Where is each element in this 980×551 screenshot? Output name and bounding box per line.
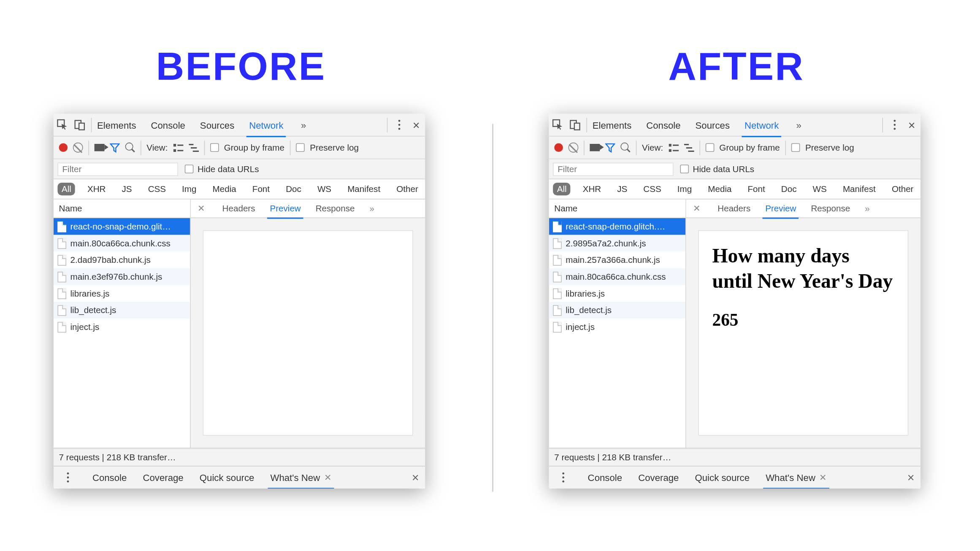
group-by-frame-checkbox[interactable]	[705, 143, 714, 152]
clear-icon[interactable]	[569, 143, 579, 153]
type-other[interactable]: Other	[888, 183, 918, 195]
type-doc[interactable]: Doc	[282, 183, 306, 195]
detail-tab-preview[interactable]: Preview	[270, 199, 300, 218]
inspect-icon[interactable]	[549, 116, 566, 133]
table-row[interactable]: lib_detect.js	[54, 302, 190, 319]
detail-tab-response[interactable]: Response	[811, 199, 850, 218]
type-xhr[interactable]: XHR	[579, 183, 605, 195]
type-xhr[interactable]: XHR	[83, 183, 110, 195]
table-row[interactable]: main.80ca66ca.chunk.css	[549, 268, 686, 285]
inspect-icon[interactable]	[54, 116, 71, 133]
waterfall-icon[interactable]	[189, 143, 199, 151]
type-css[interactable]: CSS	[144, 183, 170, 195]
type-ws[interactable]: WS	[313, 183, 335, 195]
detail-tab-preview[interactable]: Preview	[765, 199, 796, 218]
tab-network[interactable]: Network	[249, 114, 283, 136]
filter-toggle-icon[interactable]	[605, 143, 615, 152]
kebab-menu-icon[interactable]	[390, 116, 408, 133]
large-rows-icon[interactable]	[173, 143, 183, 151]
filter-input[interactable]	[57, 162, 178, 176]
detail-tabs-overflow-icon[interactable]: »	[369, 203, 374, 213]
search-icon[interactable]	[620, 143, 631, 153]
tab-elements[interactable]: Elements	[593, 114, 632, 136]
filter-input[interactable]	[553, 162, 673, 176]
clear-icon[interactable]	[73, 143, 83, 153]
close-detail-icon[interactable]: ✕	[198, 203, 205, 213]
detail-tab-headers[interactable]: Headers	[717, 199, 750, 218]
close-tab-icon[interactable]: ✕	[324, 473, 331, 483]
table-row[interactable]: inject.js	[549, 319, 686, 335]
tab-console[interactable]: Console	[151, 114, 185, 136]
type-img[interactable]: Img	[673, 183, 696, 195]
type-img[interactable]: Img	[178, 183, 200, 195]
record-icon[interactable]	[59, 143, 68, 152]
tab-elements[interactable]: Elements	[97, 114, 136, 136]
table-row[interactable]: react-snap-demo.glitch.…	[549, 218, 686, 235]
table-row[interactable]: libraries.js	[54, 285, 190, 302]
detail-tab-response[interactable]: Response	[316, 199, 355, 218]
group-by-frame-checkbox[interactable]	[210, 143, 219, 152]
drawer-tab-quicksource[interactable]: Quick source	[695, 466, 750, 489]
drawer-tab-whatsnew[interactable]: What's New✕	[766, 466, 827, 489]
tab-network[interactable]: Network	[744, 114, 779, 136]
screenshot-icon[interactable]	[95, 144, 105, 151]
drawer-kebab-icon[interactable]	[59, 469, 76, 486]
table-row[interactable]: 2.9895a7a2.chunk.js	[549, 235, 686, 252]
type-manifest[interactable]: Manifest	[839, 183, 880, 195]
name-header[interactable]: Name	[549, 200, 686, 218]
hide-data-urls-checkbox[interactable]	[680, 165, 689, 173]
type-font[interactable]: Font	[248, 183, 273, 195]
tab-sources[interactable]: Sources	[200, 114, 234, 136]
drawer-tab-coverage[interactable]: Coverage	[638, 466, 679, 489]
type-js[interactable]: JS	[613, 183, 631, 195]
drawer-kebab-icon[interactable]	[554, 469, 571, 486]
type-ws[interactable]: WS	[809, 183, 831, 195]
type-all[interactable]: All	[57, 183, 75, 195]
drawer-tab-console[interactable]: Console	[588, 466, 622, 489]
type-other[interactable]: Other	[393, 183, 422, 195]
name-header[interactable]: Name	[54, 200, 190, 218]
type-media[interactable]: Media	[704, 183, 736, 195]
type-doc[interactable]: Doc	[777, 183, 801, 195]
close-devtools-icon[interactable]: ✕	[408, 116, 425, 133]
device-toggle-icon[interactable]	[566, 116, 584, 133]
waterfall-icon[interactable]	[684, 143, 694, 151]
drawer-tab-console[interactable]: Console	[92, 466, 127, 489]
detail-tab-headers[interactable]: Headers	[222, 199, 255, 218]
hide-data-urls-checkbox[interactable]	[185, 165, 194, 173]
drawer-tab-whatsnew[interactable]: What's New✕	[270, 466, 331, 489]
table-row[interactable]: main.80ca66ca.chunk.css	[54, 235, 190, 252]
type-js[interactable]: JS	[118, 183, 136, 195]
tabs-overflow-icon[interactable]: »	[301, 119, 306, 130]
tab-console[interactable]: Console	[646, 114, 680, 136]
device-toggle-icon[interactable]	[71, 116, 88, 133]
table-row[interactable]: main.257a366a.chunk.js	[549, 251, 686, 268]
close-devtools-icon[interactable]: ✕	[903, 116, 920, 133]
table-row[interactable]: 2.dad97bab.chunk.js	[54, 251, 190, 268]
table-row[interactable]: libraries.js	[549, 285, 686, 302]
close-drawer-icon[interactable]: ✕	[907, 472, 915, 483]
large-rows-icon[interactable]	[669, 143, 679, 151]
search-icon[interactable]	[125, 143, 135, 153]
screenshot-icon[interactable]	[590, 144, 600, 151]
table-row[interactable]: lib_detect.js	[549, 302, 686, 319]
filter-toggle-icon[interactable]	[110, 143, 120, 152]
table-row[interactable]: inject.js	[54, 319, 190, 335]
kebab-menu-icon[interactable]	[885, 116, 903, 133]
tabs-overflow-icon[interactable]: »	[796, 119, 801, 130]
type-css[interactable]: CSS	[639, 183, 665, 195]
table-row[interactable]: main.e3ef976b.chunk.js	[54, 268, 190, 285]
type-font[interactable]: Font	[744, 183, 769, 195]
tab-sources[interactable]: Sources	[696, 114, 730, 136]
preserve-log-checkbox[interactable]	[296, 143, 305, 152]
detail-tabs-overflow-icon[interactable]: »	[865, 203, 869, 213]
record-icon[interactable]	[554, 143, 563, 152]
drawer-tab-quicksource[interactable]: Quick source	[200, 466, 254, 489]
close-tab-icon[interactable]: ✕	[819, 473, 826, 483]
drawer-tab-coverage[interactable]: Coverage	[143, 466, 183, 489]
close-drawer-icon[interactable]: ✕	[411, 472, 420, 483]
preserve-log-checkbox[interactable]	[791, 143, 800, 152]
type-all[interactable]: All	[553, 183, 571, 195]
table-row[interactable]: react-no-snap-demo.glit…	[54, 218, 190, 235]
type-media[interactable]: Media	[208, 183, 240, 195]
